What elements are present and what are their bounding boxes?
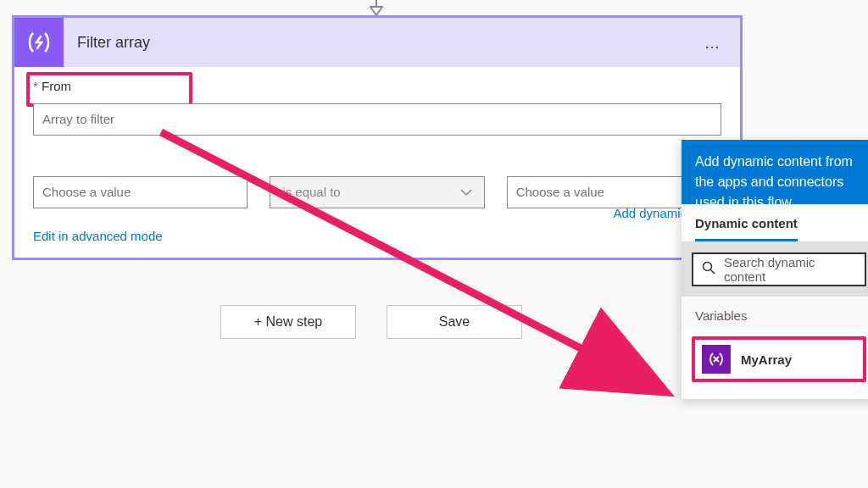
search-wrap: Search dynamic content (682, 242, 868, 297)
data-operations-icon (14, 18, 64, 67)
operator-label: is equal to (282, 185, 340, 199)
variable-icon (702, 345, 731, 374)
section-variables-header: Variables (682, 297, 868, 330)
variable-item-myarray[interactable]: MyArray (692, 336, 866, 382)
ellipsis-icon: … (704, 35, 721, 52)
bottom-button-row: + New step Save (220, 305, 522, 339)
required-asterisk: * (33, 79, 38, 93)
filter-array-card: Filter array … * From Add dynamic conte … (12, 15, 743, 260)
from-input[interactable] (33, 103, 721, 136)
new-step-button[interactable]: + New step (220, 305, 356, 339)
tab-dynamic-content[interactable]: Dynamic content (695, 216, 798, 241)
card-body: * From Add dynamic conte is equal to Edi… (14, 67, 740, 258)
variable-items: MyArray (682, 330, 868, 399)
search-placeholder: Search dynamic content (724, 255, 856, 284)
condition-operator-select[interactable]: is equal to (270, 176, 484, 208)
dynamic-content-banner: Add dynamic content from the apps and co… (682, 140, 868, 204)
svg-point-0 (704, 263, 712, 271)
dynamic-content-link-row: Add dynamic conte (43, 206, 721, 221)
search-icon (702, 261, 715, 278)
svg-line-1 (711, 270, 715, 274)
chevron-down-icon (460, 185, 472, 199)
save-button[interactable]: Save (387, 305, 522, 339)
from-field-highlight: * From (26, 72, 192, 107)
from-label: * From (33, 79, 186, 93)
card-title: Filter array (64, 34, 150, 52)
from-label-text: From (42, 79, 71, 93)
card-header[interactable]: Filter array … (14, 18, 740, 67)
card-menu-button[interactable]: … (704, 35, 721, 53)
dynamic-search-input[interactable]: Search dynamic content (692, 252, 866, 286)
edit-advanced-mode-link[interactable]: Edit in advanced mode (33, 229, 163, 243)
condition-left-input[interactable] (33, 176, 248, 208)
variable-name: MyArray (741, 352, 792, 367)
dynamic-content-panel: Add dynamic content from the apps and co… (682, 140, 868, 399)
flow-connector-arrow (370, 0, 383, 15)
arrow-down-icon (370, 0, 383, 17)
condition-row: is equal to (33, 176, 721, 208)
